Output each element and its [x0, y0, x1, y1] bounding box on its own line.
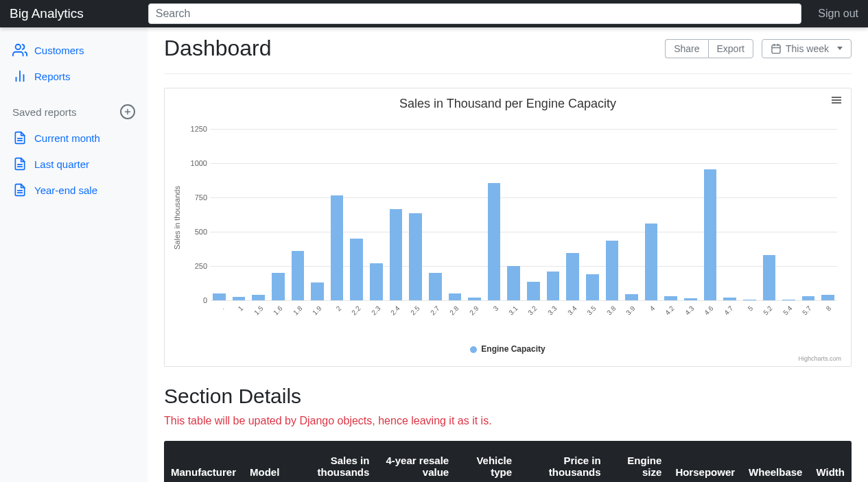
- share-export-group: Share Export: [665, 39, 753, 58]
- signout-link[interactable]: Sign out: [818, 8, 858, 20]
- chart-x-tick: 5.7: [801, 304, 813, 317]
- table-column-header[interactable]: Width: [809, 441, 852, 482]
- chart-x-tick: 3.3: [546, 304, 559, 317]
- saved-report-label: Year-end sale: [34, 184, 97, 196]
- chart-menu-button[interactable]: [832, 95, 841, 105]
- chart-bar-slot: [387, 122, 406, 300]
- chart-x-tick: 4: [648, 304, 657, 313]
- chart-x-tick: 2.8: [448, 304, 460, 317]
- saved-report-year-end[interactable]: Year-end sale: [12, 177, 135, 203]
- chart-bar[interactable]: [606, 241, 619, 300]
- chart-bar[interactable]: [547, 272, 560, 300]
- chart-bar[interactable]: [350, 239, 363, 300]
- chart-bar-slot: [328, 122, 347, 300]
- chart-bar[interactable]: [645, 224, 658, 300]
- chart-y-axis-label: Sales in thousands: [172, 115, 183, 321]
- chart-bar-slot: [819, 122, 837, 300]
- chart-bar-slot: [524, 122, 543, 300]
- chart-gridline: [210, 300, 837, 301]
- chart-bar[interactable]: [292, 251, 305, 300]
- chart-bar[interactable]: [527, 282, 540, 300]
- chart-bar-slot: [622, 122, 641, 300]
- chart-bar[interactable]: [272, 273, 285, 300]
- chart-bar[interactable]: [213, 293, 226, 300]
- chart-bar[interactable]: [586, 274, 599, 300]
- chart-bar[interactable]: [704, 169, 717, 300]
- chart-bar-slot: [740, 122, 759, 300]
- table-column-header[interactable]: Horsepower: [668, 441, 742, 482]
- chart-bar[interactable]: [723, 298, 736, 300]
- chart-bar[interactable]: [252, 295, 265, 300]
- saved-report-label: Last quarter: [34, 158, 89, 170]
- table-column-header[interactable]: Wheelbase: [742, 441, 809, 482]
- table-column-header[interactable]: Vehicle type: [456, 441, 519, 482]
- chart-x-tick: .: [218, 304, 225, 311]
- chart-bar-slot: [367, 122, 386, 300]
- chart-bar[interactable]: [625, 294, 638, 300]
- chart-bar[interactable]: [684, 298, 697, 300]
- file-icon: [12, 130, 27, 145]
- chart-bar[interactable]: [409, 213, 422, 300]
- table-column-header[interactable]: Model: [243, 441, 286, 482]
- table-column-header[interactable]: Price in thousands: [519, 441, 608, 482]
- chart-credit: Highcharts.com: [172, 354, 844, 362]
- chart-bar-slot: [799, 122, 818, 300]
- chart-bar-slot: [406, 122, 425, 300]
- chart-bar[interactable]: [782, 300, 795, 300]
- chart-bar-slot: [642, 122, 661, 300]
- chart-x-tick: 5.2: [762, 304, 774, 317]
- section-note: This table will be upated by Django obje…: [164, 415, 852, 427]
- legend-dot-icon: [470, 346, 477, 353]
- share-button[interactable]: Share: [665, 39, 707, 58]
- saved-report-last-quarter[interactable]: Last quarter: [12, 151, 135, 177]
- chart-x-tick: 3.5: [585, 304, 598, 317]
- brand: Big Analytics: [10, 6, 84, 21]
- chart-bar-slot: [720, 122, 739, 300]
- chart-bar[interactable]: [488, 183, 501, 300]
- chart-plot: 025050075010001250 .11.51.61.81.922.22.3…: [183, 115, 844, 321]
- chart-bar[interactable]: [429, 273, 442, 300]
- add-report-button[interactable]: [120, 104, 135, 119]
- sidebar-item-customers[interactable]: Customers: [12, 37, 135, 63]
- chart-bar-slot: [603, 122, 622, 300]
- table-column-header[interactable]: Engine size: [608, 441, 669, 482]
- chart-bar-slot: [308, 122, 327, 300]
- chart-x-tick: 2.7: [429, 304, 441, 317]
- chart-bar[interactable]: [821, 295, 834, 300]
- users-icon: [12, 43, 27, 58]
- chart-bar-slot: [485, 122, 504, 300]
- chart-bar[interactable]: [390, 209, 403, 300]
- chart-legend: Engine Capacity: [172, 344, 844, 354]
- saved-report-current-month[interactable]: Current month: [12, 125, 135, 151]
- chart-bar[interactable]: [468, 298, 481, 300]
- chart-bar-slot: [701, 122, 720, 300]
- date-range-button[interactable]: This week: [762, 39, 852, 58]
- chart-bar[interactable]: [763, 255, 776, 300]
- chart-x-tick: 3.9: [624, 304, 637, 317]
- export-button[interactable]: Export: [708, 39, 753, 58]
- chart-bar[interactable]: [743, 300, 756, 300]
- chart-bar[interactable]: [233, 297, 246, 300]
- chart-bar[interactable]: [449, 293, 462, 300]
- sidebar-item-reports[interactable]: Reports: [12, 63, 135, 89]
- chart-bar-slot: [681, 122, 700, 300]
- chart-bar[interactable]: [311, 282, 324, 300]
- chart-bar[interactable]: [664, 296, 677, 300]
- chart-x-tick: 3.1: [507, 304, 519, 317]
- chart-bar[interactable]: [331, 195, 344, 300]
- sidebar-item-label: Customers: [34, 45, 84, 56]
- chart-x-tick: 2.3: [370, 304, 382, 317]
- chart-bar[interactable]: [370, 263, 383, 300]
- chart-bar[interactable]: [802, 296, 815, 300]
- table-column-header[interactable]: Manufacturer: [164, 441, 243, 482]
- chart-bar[interactable]: [566, 253, 579, 300]
- table-column-header[interactable]: Sales in thousands: [286, 441, 376, 482]
- search-input[interactable]: [148, 3, 802, 24]
- chart-x-tick: 3.2: [526, 304, 539, 317]
- chart-bar-slot: [426, 122, 445, 300]
- chart-bar-slot: [779, 122, 798, 300]
- data-table: ManufacturerModelSales in thousands4-yea…: [164, 441, 852, 482]
- chart-bar[interactable]: [507, 266, 520, 300]
- section-details: Section Details This table will be upate…: [164, 385, 852, 482]
- table-column-header[interactable]: 4-year resale value: [376, 441, 456, 482]
